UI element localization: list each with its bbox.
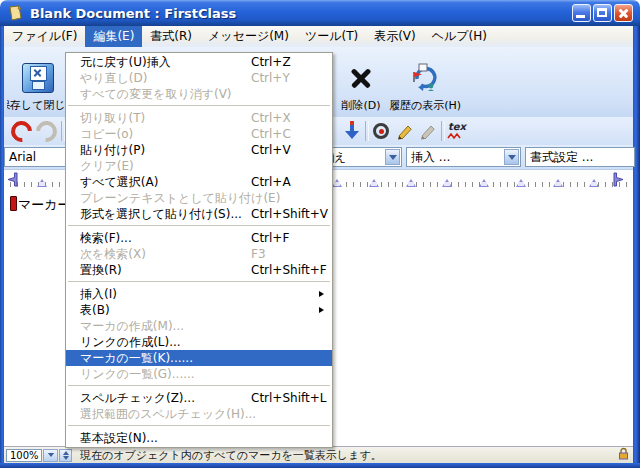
toolbar-separator bbox=[441, 121, 445, 141]
zoom-level-field[interactable]: 100% bbox=[6, 449, 42, 462]
revision-target-button[interactable] bbox=[370, 120, 392, 142]
marker-flag-icon[interactable] bbox=[10, 196, 17, 211]
menu-item[interactable]: マーカの作成(M)... bbox=[66, 318, 332, 334]
zoom-dropdown-button[interactable] bbox=[43, 449, 58, 462]
tab-stop-marker[interactable] bbox=[553, 179, 563, 187]
menu-item[interactable]: リンクの一覧(G)...... bbox=[66, 366, 332, 382]
menu-item[interactable]: 貼り付け(P) Ctrl+V bbox=[66, 142, 332, 158]
menubar-item[interactable]: ツール(T) bbox=[297, 26, 366, 47]
tab-stop-marker[interactable] bbox=[37, 179, 47, 187]
maximize-icon bbox=[597, 8, 607, 17]
spellcheck-button[interactable]: tex bbox=[447, 120, 469, 142]
menu-item[interactable] bbox=[66, 278, 332, 286]
menu-item[interactable]: やり直し(D) Ctrl+Y bbox=[66, 70, 332, 86]
minimize-icon bbox=[576, 15, 585, 18]
menu-item[interactable]: クリア(E) bbox=[66, 158, 332, 174]
menu-item[interactable]: 基本設定(N)... bbox=[66, 430, 332, 446]
lock-indicator bbox=[618, 447, 629, 463]
left-indent-marker[interactable] bbox=[7, 172, 19, 187]
gray-pen-icon bbox=[419, 122, 437, 140]
menu-item[interactable]: リンクの作成(L)... bbox=[66, 334, 332, 350]
document-icon bbox=[7, 5, 24, 22]
menu-item[interactable]: 選択範囲のスペルチェック(H)... bbox=[66, 406, 332, 422]
menubar-item[interactable]: ヘルプ(H) bbox=[424, 26, 495, 47]
redo-button[interactable] bbox=[35, 120, 57, 142]
history-label: 履歴の表示(H) bbox=[389, 98, 461, 113]
menu-item[interactable]: 検索(F)... Ctrl+F bbox=[66, 230, 332, 246]
format-value: 書式設定 ... bbox=[530, 150, 593, 164]
menu-item[interactable] bbox=[66, 382, 332, 390]
title-bar[interactable]: Blank Document : FirstClass bbox=[0, 0, 640, 26]
menu-item[interactable]: 切り取り(T) Ctrl+X bbox=[66, 110, 332, 126]
menu-item[interactable]: 置換(R) Ctrl+Shift+F bbox=[66, 262, 332, 278]
insert-download-button[interactable] bbox=[341, 120, 363, 142]
maximize-button[interactable] bbox=[593, 4, 612, 22]
menubar-item[interactable]: 編集(E) bbox=[85, 26, 142, 47]
tab-stop-marker[interactable] bbox=[442, 179, 452, 187]
chevron-down-icon[interactable] bbox=[504, 149, 519, 165]
window-border-bottom bbox=[0, 463, 640, 468]
delete-x-icon bbox=[348, 65, 374, 91]
insert-combobox[interactable]: 挿入 ... bbox=[406, 147, 521, 167]
tab-stop-marker[interactable] bbox=[516, 179, 526, 187]
menu-item[interactable]: すべて選択(A) Ctrl+A bbox=[66, 174, 332, 190]
tab-stop-marker[interactable] bbox=[369, 179, 379, 187]
menu-item[interactable]: スペルチェック(Z)... Ctrl+Shift+L bbox=[66, 390, 332, 406]
menu-item[interactable]: コピー(o) Ctrl+C bbox=[66, 126, 332, 142]
menu-item[interactable]: 表(B) bbox=[66, 302, 332, 318]
menu-bar: ファイル(F)編集(E)書式(R)メッセージ(M)ツール(T)表示(V)ヘルプ(… bbox=[4, 26, 633, 48]
menu-item[interactable] bbox=[66, 422, 332, 430]
window-title: Blank Document : FirstClass bbox=[30, 6, 236, 21]
edit-menu-dropdown: 元に戻す(U)挿入 Ctrl+Z やり直し(D) Ctrl+Y すべての変更を取… bbox=[65, 52, 333, 448]
show-history-button[interactable]: 履歴の表示(H) bbox=[387, 51, 463, 113]
menu-item[interactable]: 次を検索(X) F3 bbox=[66, 246, 332, 262]
undo-icon bbox=[6, 116, 36, 146]
tab-stop-marker[interactable] bbox=[589, 179, 599, 187]
firstclass-window: Blank Document : FirstClass ファイル(F)編集(E)… bbox=[0, 0, 640, 468]
status-bar: 100% 現在のオブジェクト内のすべてのマーカを一覧表示します。 bbox=[4, 446, 633, 463]
menu-item[interactable] bbox=[66, 102, 332, 110]
menu-item[interactable]: マーカの一覧(K)...... bbox=[66, 350, 332, 366]
redo-icon bbox=[31, 116, 61, 146]
spinner-up-icon bbox=[63, 448, 69, 455]
toolbar-separator bbox=[365, 121, 369, 141]
menubar-item[interactable]: ファイル(F) bbox=[4, 26, 85, 47]
menu-item[interactable]: 形式を選択して貼り付け(S)... Ctrl+Shift+V bbox=[66, 206, 332, 222]
menubar-item[interactable]: 表示(V) bbox=[366, 26, 424, 47]
menubar-item[interactable]: メッセージ(M) bbox=[200, 26, 297, 47]
format-settings-combobox[interactable]: 書式設定 ... bbox=[525, 147, 635, 167]
status-message: 現在のオブジェクト内のすべてのマーカを一覧表示します。 bbox=[80, 448, 382, 463]
minimize-button[interactable] bbox=[572, 4, 591, 22]
tab-stop-marker[interactable] bbox=[406, 179, 416, 187]
save-and-close-button[interactable]: 保存して閉じる bbox=[7, 51, 69, 113]
insert-value: 挿入 ... bbox=[411, 150, 450, 164]
save-close-icon bbox=[22, 63, 54, 93]
undo-button[interactable] bbox=[10, 120, 32, 142]
target-icon bbox=[373, 123, 389, 139]
delete-button[interactable]: 削除(D) bbox=[337, 51, 385, 113]
save-close-label: 保存して閉じる bbox=[7, 98, 69, 113]
menu-item[interactable]: 挿入(I) bbox=[66, 286, 332, 302]
close-button[interactable] bbox=[614, 4, 633, 22]
chevron-down-icon bbox=[47, 453, 53, 460]
menu-item[interactable]: 元に戻す(U)挿入 Ctrl+Z bbox=[66, 54, 332, 70]
delete-label: 削除(D) bbox=[341, 98, 380, 113]
menu-item[interactable]: すべての変更を取り消す(V) bbox=[66, 86, 332, 102]
menu-item[interactable]: プレーンテキストとして貼り付け(E) bbox=[66, 190, 332, 206]
inactive-pen-button[interactable] bbox=[417, 120, 439, 142]
window-border-right bbox=[633, 26, 640, 468]
right-indent-marker[interactable] bbox=[612, 172, 625, 187]
menubar-item[interactable]: 書式(R) bbox=[142, 26, 200, 47]
down-arrow-icon bbox=[345, 121, 359, 141]
spinner-down-icon bbox=[63, 456, 69, 463]
chevron-down-icon[interactable] bbox=[385, 149, 400, 165]
lock-icon bbox=[618, 447, 629, 460]
highlight-pen-button[interactable] bbox=[394, 120, 416, 142]
tab-stop-marker[interactable] bbox=[332, 179, 342, 187]
menu-item[interactable] bbox=[66, 222, 332, 230]
spellcheck-icon: tex bbox=[447, 121, 469, 141]
zoom-spinner[interactable] bbox=[59, 449, 72, 462]
font-value: Arial bbox=[9, 150, 36, 164]
tab-stop-marker[interactable] bbox=[479, 179, 489, 187]
yellow-pen-icon bbox=[396, 122, 414, 140]
